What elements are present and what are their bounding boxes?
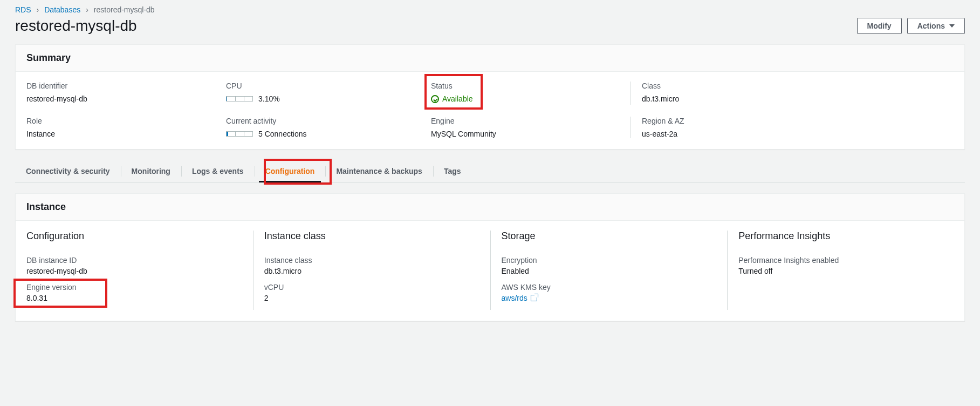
actions-button-label: Actions [917,22,945,30]
status-label: Status [431,82,473,90]
title-actions: Modify Actions [857,18,965,34]
configuration-title: Configuration [26,231,242,242]
tab-logs[interactable]: Logs & events [181,160,255,182]
encryption-label: Encryption [502,256,717,265]
chevron-right-icon: › [37,5,39,14]
db-identifier-label: DB identifier [26,82,215,90]
tabs: Connectivity & security Monitoring Logs … [15,160,965,182]
class-value: db.t3.micro [642,94,943,103]
cpu-value: 3.10% [258,94,280,103]
tab-maintenance[interactable]: Maintenance & backups [325,160,433,182]
status-value: Available [431,94,473,103]
instance-panel: Instance Configuration DB instance ID re… [15,193,965,321]
activity-value: 5 Connections [258,130,307,138]
tab-tags[interactable]: Tags [433,160,472,182]
role-label: Role [26,117,215,125]
breadcrumb-current: restored-mysql-db [94,5,155,14]
modify-button-label: Modify [867,22,892,30]
engine-version-label: Engine version [26,283,242,292]
annotation-highlight [424,74,483,110]
instance-class-value: db.t3.micro [264,267,479,275]
engine-version-value: 8.0.31 [26,294,242,302]
kms-label: AWS KMS key [502,283,717,292]
vcpu-value: 2 [264,294,479,302]
breadcrumb: RDS › Databases › restored-mysql-db [11,0,969,17]
vcpu-label: vCPU [264,283,479,292]
pi-enabled-value: Turned off [738,267,954,275]
meter-fill [227,132,228,136]
engine-label: Engine [431,117,620,125]
modify-button[interactable]: Modify [857,18,902,34]
class-label: Class [642,82,943,90]
engine-value: MySQL Community [431,130,620,138]
instance-class-label: Instance class [264,256,479,265]
role-value: Instance [26,130,215,138]
tab-monitoring[interactable]: Monitoring [121,160,181,182]
actions-dropdown-button[interactable]: Actions [907,18,965,34]
pi-enabled-label: Performance Insights enabled [738,256,954,265]
instance-heading: Instance [16,194,964,221]
cpu-label: CPU [226,82,420,90]
current-activity-label: Current activity [226,117,420,125]
meter-fill [227,97,227,101]
meter-track [226,96,253,102]
storage-title: Storage [502,231,717,242]
performance-insights-title: Performance Insights [738,231,954,242]
region-az-value: us-east-2a [642,130,943,138]
encryption-value: Enabled [502,267,717,275]
breadcrumb-databases[interactable]: Databases [44,5,80,14]
caret-down-icon [949,24,955,28]
kms-value: aws/rds [502,294,527,302]
check-circle-icon [431,95,439,103]
db-identifier-value: restored-mysql-db [26,94,215,103]
instance-class-title: Instance class [264,231,479,242]
tab-connectivity[interactable]: Connectivity & security [15,160,121,182]
page-title: restored-mysql-db [15,17,137,35]
cpu-meter: 3.10% [226,94,280,103]
tab-configuration[interactable]: Configuration [255,160,326,182]
kms-link[interactable]: aws/rds [502,294,537,302]
db-instance-id-value: restored-mysql-db [26,267,242,275]
external-link-icon [531,295,537,301]
summary-panel: Summary DB identifier restored-mysql-db … [15,44,965,150]
chevron-right-icon: › [86,5,88,14]
status-text: Available [442,94,473,103]
db-instance-id-label: DB instance ID [26,256,242,265]
breadcrumb-rds[interactable]: RDS [15,5,31,14]
region-az-label: Region & AZ [642,117,943,125]
activity-meter: 5 Connections [226,130,307,138]
summary-heading: Summary [16,45,964,72]
meter-track [226,131,253,137]
